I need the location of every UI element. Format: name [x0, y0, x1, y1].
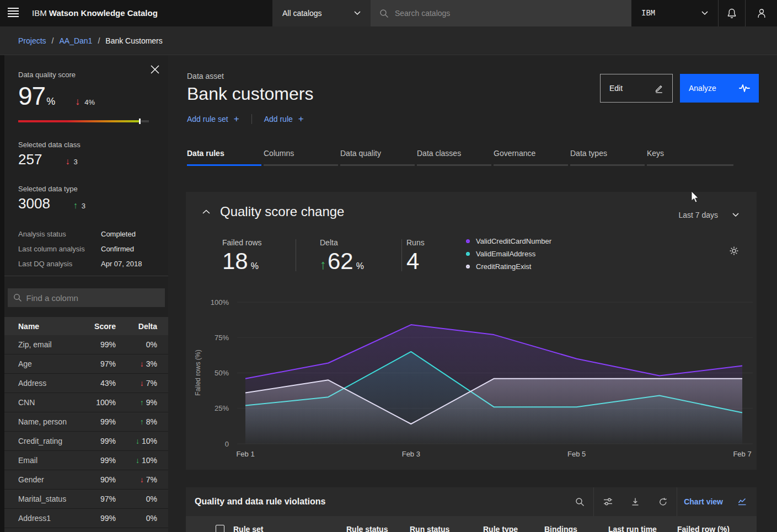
filter-button[interactable] — [594, 487, 621, 516]
notifications-button[interactable] — [719, 0, 746, 26]
find-column-input[interactable] — [26, 293, 159, 303]
search-icon — [13, 293, 22, 302]
chart-settings-button[interactable] — [729, 246, 739, 256]
kv-value: Apr 07, 2018 — [101, 260, 142, 268]
table-row[interactable]: CNN100%↑9% — [4, 393, 168, 412]
add-rule-set-label: Add rule set — [187, 115, 228, 123]
col-header-score[interactable]: Score — [88, 322, 116, 331]
cell-delta: 0% — [116, 495, 168, 503]
tab-data-classes[interactable]: Data classes — [417, 149, 494, 166]
divider — [4, 276, 168, 276]
app-header: IBM Watson Knowledge Catalog All catalog… — [0, 0, 777, 26]
column-header-bindings[interactable]: Bindings — [544, 525, 608, 532]
tab-governance[interactable]: Governance — [494, 149, 570, 166]
tab-label: Columns — [264, 149, 340, 164]
catalogs-dropdown[interactable]: All catalogs — [272, 0, 371, 26]
close-sidebar-button[interactable] — [151, 65, 160, 75]
time-range-dropdown[interactable]: Last 7 days — [678, 211, 739, 219]
col-header-delta[interactable]: Delta — [116, 322, 168, 331]
column-header-rule-set[interactable]: Rule set — [233, 525, 346, 532]
table-row[interactable]: Credit_rating99%↓10% — [4, 432, 168, 451]
legend-item[interactable]: ValidEmailAddress — [466, 250, 551, 258]
panel-title: Quality score change — [220, 204, 344, 219]
svg-text:Failed rows (%): Failed rows (%) — [194, 350, 202, 395]
cell-delta: ↑9% — [116, 398, 168, 407]
add-rule-link[interactable]: Add rule+ — [264, 114, 304, 125]
add-rule-set-link[interactable]: Add rule set+ — [187, 114, 239, 125]
table-row[interactable]: Age97%↓3% — [4, 354, 168, 374]
stat-label: Runs — [406, 238, 425, 247]
breadcrumb-separator: / — [52, 36, 54, 45]
search-icon — [575, 497, 585, 507]
tab-data-rules[interactable]: Data rules — [187, 149, 264, 166]
column-header-run-status[interactable]: Run status — [410, 525, 483, 532]
tab-data-types[interactable]: Data types — [570, 149, 647, 166]
table-row[interactable]: Zip, email99%0% — [4, 335, 168, 354]
table-row[interactable]: Name, person99%↑8% — [4, 412, 168, 432]
bell-icon — [727, 8, 737, 19]
svg-text:Feb 7: Feb 7 — [733, 450, 751, 458]
svg-text:Feb 3: Feb 3 — [402, 450, 420, 458]
down-arrow-icon: ↓ — [140, 379, 144, 388]
svg-text:Feb 5: Feb 5 — [567, 450, 586, 458]
chart-legend: ValidCreditCardNumberValidEmailAddressCr… — [466, 237, 551, 275]
breadcrumb-project[interactable]: AA_Dan1 — [59, 36, 92, 45]
legend-item[interactable]: ValidCreditCardNumber — [466, 237, 551, 245]
stat-value: 18 — [222, 248, 248, 275]
svg-text:25%: 25% — [215, 404, 229, 412]
legend-dot — [466, 252, 470, 256]
up-arrow-icon: ↑ — [320, 257, 326, 272]
collapse-panel-button[interactable] — [202, 209, 210, 214]
table-row[interactable]: Email99%↓10% — [4, 451, 168, 470]
cell-score: 97% — [88, 495, 116, 503]
search-input[interactable] — [395, 9, 623, 18]
download-button[interactable] — [621, 487, 649, 516]
tab-label: Data quality — [340, 149, 417, 164]
tab-columns[interactable]: Columns — [264, 149, 340, 166]
divider — [296, 239, 296, 271]
user-profile-button[interactable] — [748, 0, 775, 26]
chevron-down-icon — [354, 11, 361, 15]
kv-label: Last DQ analysis — [18, 260, 101, 268]
cell-delta: ↓7% — [116, 379, 168, 388]
svg-text:75%: 75% — [215, 334, 229, 342]
column-header-rule-status[interactable]: Rule status — [346, 525, 410, 532]
legend-label: CreditRatingExist — [476, 262, 531, 271]
tab-keys[interactable]: Keys — [647, 149, 736, 166]
close-icon — [151, 65, 159, 74]
edit-button[interactable]: Edit — [600, 74, 673, 103]
legend-item[interactable]: CreditRatingExist — [466, 262, 551, 271]
search-button[interactable] — [566, 487, 593, 516]
breadcrumb-separator: / — [98, 36, 100, 45]
reset-button[interactable] — [649, 487, 677, 516]
cell-score: 90% — [88, 475, 116, 484]
table-row[interactable]: Marital_status97%0% — [4, 490, 168, 509]
cell-name: Zip, email — [4, 340, 88, 349]
account-dropdown[interactable]: IBM — [631, 0, 719, 26]
data-quality-sidebar: Data quality score 97 % ↓ 4% Selected da… — [0, 55, 168, 532]
tab-data-quality[interactable]: Data quality — [340, 149, 417, 166]
column-header-rule-type[interactable]: Rule type — [483, 525, 544, 532]
cell-name: Marital_status — [4, 495, 88, 503]
divider — [251, 114, 252, 124]
up-arrow-icon: ↑ — [140, 398, 144, 407]
breadcrumb-projects[interactable]: Projects — [18, 36, 46, 45]
select-all-checkbox[interactable] — [216, 525, 224, 532]
table-row[interactable]: Address199%0% — [4, 509, 168, 528]
tab-label: Governance — [494, 149, 570, 164]
table-row[interactable]: Address43%↓7% — [4, 374, 168, 393]
kv-value: Confirmed — [101, 245, 134, 253]
analyze-button[interactable]: Analyze — [680, 74, 759, 103]
chart-view-toggle[interactable]: Chart view — [677, 487, 757, 516]
col-header-name[interactable]: Name — [4, 322, 88, 331]
cell-name: Gender — [4, 475, 88, 484]
settings-adjust-icon — [603, 497, 613, 506]
cell-score: 99% — [88, 456, 116, 465]
hamburger-menu-icon[interactable] — [8, 8, 19, 19]
app-title: IBM Watson Knowledge Catalog — [32, 8, 158, 18]
column-header-last-run-time[interactable]: Last run time — [608, 525, 677, 532]
table-row[interactable]: Gender90%↓7% — [4, 470, 168, 490]
quality-score-label: Data quality score — [18, 55, 168, 79]
cell-delta: ↑8% — [116, 417, 168, 426]
column-header-failed-row-[interactable]: Failed row (%) — [677, 525, 743, 532]
